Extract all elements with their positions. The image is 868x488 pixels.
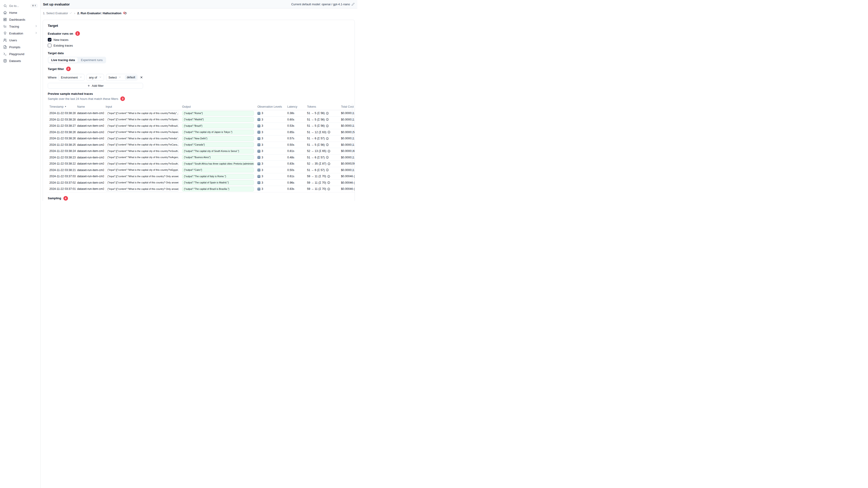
- tokens-cell: 59 → 11 (Σ 70): [305, 187, 339, 191]
- page-header: Set up evaluator Current default model: …: [41, 0, 357, 8]
- chevron-down-icon: [99, 76, 102, 79]
- target-data-label: Target data: [48, 52, 350, 55]
- info-icon[interactable]: [326, 118, 329, 121]
- input-cell: {"input":[{"content":"What is the capita…: [104, 168, 181, 172]
- sidebar: Go to... ⌘ K Home Dashboards Tracing Eva…: [0, 0, 41, 201]
- table-row[interactable]: 2024-11-22 03:38:28 dataset-run-item-cm3…: [48, 117, 354, 123]
- prompts-icon: [3, 45, 7, 49]
- table-row[interactable]: 2024-11-22 03:38:25 dataset-run-item-cm3…: [48, 142, 354, 148]
- info-icon[interactable]: [327, 175, 330, 178]
- total-cost-cell: $0.000011 (: [339, 156, 354, 159]
- input-json: {"input":[{"content":"What is the capita…: [105, 117, 179, 122]
- output-json: {"output":"South Africa has three capita…: [182, 161, 254, 166]
- name-cell: dataset-run-item-cm3s4: [75, 175, 104, 178]
- latency-cell: 0.96s: [286, 181, 305, 184]
- info-icon[interactable]: [328, 150, 331, 153]
- tab-experiment-runs[interactable]: Experiment runs: [78, 57, 105, 63]
- tab-live-tracing-data[interactable]: Live tracing data: [49, 57, 78, 63]
- sidebar-item-prompts[interactable]: Prompts: [0, 43, 40, 51]
- level-info-icon: i: [257, 124, 260, 127]
- observation-levels-cell: i 3: [256, 124, 286, 127]
- info-icon[interactable]: [327, 181, 330, 184]
- sidebar-item-home[interactable]: Home: [0, 9, 40, 16]
- sidebar-item-evaluation[interactable]: Evaluation: [0, 30, 40, 37]
- output-cell: {"output":"The capital city of South Kor…: [181, 149, 256, 154]
- goto-search[interactable]: Go to... ⌘ K: [0, 2, 40, 9]
- table-row[interactable]: 2024-11-22 03:38:28 dataset-run-item-cm3…: [48, 110, 354, 117]
- info-icon[interactable]: [326, 143, 329, 146]
- checkbox-new-traces[interactable]: New traces: [48, 38, 350, 41]
- dashboards-icon: [3, 18, 7, 21]
- section-title-target: Target: [48, 24, 350, 28]
- latency-cell: 0.61s: [286, 175, 305, 178]
- table-row[interactable]: 2024-11-22 03:38:23 dataset-run-item-cm3…: [48, 155, 354, 161]
- input-cell: {"input":[{"content":"What is the capita…: [104, 161, 181, 166]
- input-json: {"input":[{"content":"What is the capita…: [105, 136, 179, 141]
- input-cell: {"input":[{"content":"What is the capita…: [104, 130, 181, 134]
- timestamp-cell: 2024-11-22 03:38:26: [48, 137, 75, 140]
- timestamp-cell: 2024-11-22 03:38:28: [48, 118, 75, 121]
- info-icon[interactable]: [328, 131, 331, 134]
- latency-cell: 0.81s: [286, 150, 305, 153]
- tokens-cell: 52 → 35 (Σ 87): [305, 162, 339, 165]
- checkbox-checked-icon: [48, 38, 52, 41]
- table-row[interactable]: 2024-11-22 03:38:24 dataset-run-item-cm3…: [48, 148, 354, 155]
- table-row[interactable]: 2024-11-22 03:37:03 dataset-run-item-cm3…: [48, 173, 354, 180]
- info-icon[interactable]: [326, 168, 329, 171]
- total-cost-cell: $0.000011 (: [339, 124, 354, 127]
- column-header-name: Name: [75, 105, 104, 108]
- total-cost-cell: $0.000015: [339, 131, 354, 134]
- timestamp-cell: 2024-11-22 03:38:25: [48, 143, 75, 147]
- filter-column-select[interactable]: Environment: [59, 74, 85, 81]
- observation-levels-cell: i 3: [256, 156, 286, 159]
- filter-operator-select[interactable]: any of: [87, 74, 104, 81]
- info-icon[interactable]: [327, 188, 330, 191]
- goto-shortcut: ⌘ K: [31, 4, 38, 7]
- table-row[interactable]: 2024-11-22 03:38:21 dataset-run-item-cm3…: [48, 167, 354, 173]
- info-icon[interactable]: [326, 124, 329, 127]
- level-info-icon: i: [257, 137, 260, 140]
- filter-value-select[interactable]: Select default: [106, 74, 137, 81]
- level-info-icon: i: [257, 150, 260, 153]
- breadcrumb-step-1[interactable]: 1. Select Evaluator: [43, 11, 72, 15]
- sidebar-item-users[interactable]: Users: [0, 37, 40, 43]
- sampling-label: Sampling 4: [48, 196, 350, 201]
- output-json: {"output":"The capital city of Japan is …: [182, 130, 254, 134]
- home-icon: [3, 11, 7, 14]
- output-json: {"output":"Madrid"}: [182, 117, 254, 122]
- table-row[interactable]: 2024-11-22 03:38:27 dataset-run-item-cm3…: [48, 123, 354, 129]
- output-json: {"output":"Rome"}: [182, 111, 254, 116]
- output-json: {"output":"Cairo"}: [182, 168, 254, 172]
- table-row[interactable]: 2024-11-22 03:37:01 dataset-run-item-cm3…: [48, 186, 354, 192]
- info-icon[interactable]: [326, 137, 329, 140]
- table-row[interactable]: 2024-11-22 03:37:02 dataset-run-item-cm3…: [48, 180, 354, 186]
- table-row[interactable]: 2024-11-22 03:38:22 dataset-run-item-cm3…: [48, 161, 354, 167]
- info-icon[interactable]: [326, 156, 329, 159]
- table-row[interactable]: 2024-11-22 03:38:26 dataset-run-item-cm3…: [48, 135, 354, 142]
- checkbox-existing-traces[interactable]: Existing traces: [48, 43, 350, 47]
- timestamp-cell: 2024-11-22 03:38:26: [48, 131, 75, 134]
- info-icon[interactable]: [326, 112, 329, 115]
- sidebar-item-datasets[interactable]: Datasets: [0, 57, 40, 64]
- remove-filter-button[interactable]: [140, 76, 143, 79]
- sidebar-item-playground[interactable]: Playground: [0, 51, 40, 57]
- output-json: {"output":"New Delhi"}: [182, 136, 254, 141]
- output-cell: {"output":"Brazil"}: [181, 124, 256, 128]
- table-row[interactable]: 2024-11-22 03:38:26 dataset-run-item-cm3…: [48, 129, 354, 136]
- output-json: {"output":"Buenos Aires"}: [182, 155, 254, 160]
- level-info-icon: i: [257, 175, 260, 178]
- name-cell: dataset-run-item-cm3s4: [75, 162, 104, 165]
- breadcrumb-step-2: 2. Run Evaluator: Hallucination: [77, 11, 126, 15]
- target-data-tabs: Live tracing data Experiment runs: [48, 57, 106, 63]
- edit-pencil-icon[interactable]: [351, 3, 354, 6]
- name-cell: dataset-run-item-cm3s4: [75, 168, 104, 172]
- info-icon[interactable]: [328, 162, 331, 165]
- sidebar-item-dashboards[interactable]: Dashboards: [0, 16, 40, 23]
- input-json: {"input":[{"content":"What is the capita…: [105, 149, 179, 154]
- ragas-logo-icon: [123, 11, 127, 15]
- column-header-timestamp[interactable]: Timestamp ▼: [48, 105, 75, 108]
- input-json: {"input":[{"content":"What is the capita…: [105, 111, 179, 116]
- column-header-tokens: Tokens: [305, 105, 339, 108]
- sidebar-item-tracing[interactable]: Tracing: [0, 23, 40, 30]
- add-filter-button[interactable]: Add filter: [48, 83, 143, 89]
